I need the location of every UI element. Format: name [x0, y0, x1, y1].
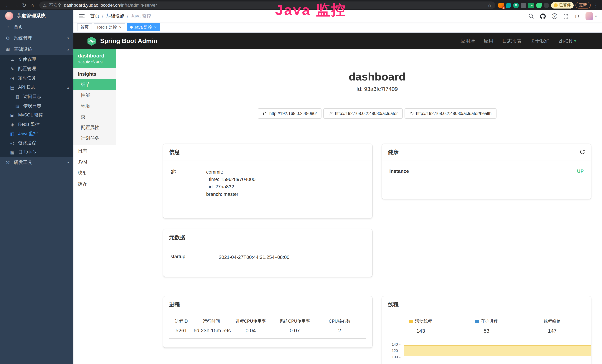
sba-item-classes[interactable]: 类 [74, 112, 116, 122]
url-text[interactable]: dashboard.yudao.iocoder.cn/infra/admin-s… [64, 3, 157, 8]
font-size-icon[interactable]: TT [574, 13, 580, 19]
puzzle-extensions-icon[interactable] [521, 2, 526, 8]
user-menu[interactable]: ▾ [585, 12, 597, 20]
instance-url-label: http://192.168.0.2:48080/ [269, 111, 317, 116]
chrome-update-button[interactable]: 更新 [575, 2, 591, 9]
paused-chip[interactable]: 已暂停 [551, 2, 573, 8]
tag-home[interactable]: 首页 [77, 23, 92, 31]
sba-item-scheduled-tasks[interactable]: 计划任务 [74, 133, 116, 144]
bookmark-star-icon[interactable]: ☆ [487, 2, 492, 8]
git-commit-line: commit: [206, 168, 256, 176]
sba-link-applications[interactable]: 应用 [484, 38, 493, 44]
info-card: 信息 git commit: time: 1596289704000 id: [163, 144, 372, 218]
close-icon[interactable]: × [119, 25, 121, 29]
github-icon[interactable] [540, 13, 546, 19]
sidebar-item-dev-tools[interactable]: ⚒ 研发工具 ▾ [0, 157, 74, 168]
tag-java-monitor[interactable]: Java 监控 × [127, 23, 160, 31]
chevron-up-icon: ▴ [67, 86, 69, 89]
search-icon[interactable] [528, 13, 534, 19]
back-icon[interactable]: ← [4, 2, 12, 8]
sidebar-item-infrastructure[interactable]: ▦ 基础设施 ▴ [0, 44, 74, 55]
home-icon[interactable]: ⌂ [28, 2, 36, 8]
emoji-face-icon [554, 3, 558, 7]
sba-link-journal[interactable]: 日志报表 [502, 38, 522, 44]
sba-item-caches[interactable]: 缓存 [74, 179, 116, 190]
close-icon[interactable]: × [154, 25, 157, 29]
pin-extension-icon[interactable] [506, 2, 511, 8]
sidebar-item-label: API 日志 [18, 84, 35, 90]
app-title: 芋道管理系统 [17, 13, 46, 19]
leaf-extension-icon[interactable] [536, 2, 542, 8]
component-icon: ▦ [5, 47, 10, 52]
sidebar-item-mysql-monitor[interactable]: ▣ MySQL 监控 [0, 110, 74, 120]
url-path: /infra/admin-server [120, 3, 157, 8]
health-url-button[interactable]: http://192.168.0.2:48080/actuator/health [404, 108, 496, 119]
instance-header[interactable]: dashboard 93a3fc7f7409 [74, 49, 116, 68]
history-icon[interactable] [580, 149, 585, 156]
extension-badge: 1 [502, 6, 505, 9]
paw-extension-icon[interactable] [544, 2, 549, 8]
header-actions: ? TT ▾ [528, 12, 602, 20]
error-log-icon: ▨ [15, 103, 20, 108]
help-icon[interactable]: ? [552, 13, 557, 19]
v-extension-icon[interactable]: V [513, 2, 519, 8]
sba-link-about[interactable]: 关于我们 [530, 38, 550, 44]
sba-item-mappings[interactable]: 映射 [74, 167, 116, 179]
sidebar-item-file-management[interactable]: ☁ 文件管理 [0, 55, 74, 64]
locale-label: zh-CN [559, 38, 572, 44]
browser-menu-icon[interactable]: ⋮ [593, 2, 598, 8]
sba-brand-label: Spring Boot Admin [100, 37, 157, 45]
sidebar-item-error-log[interactable]: ▨ 错误日志 [0, 101, 74, 110]
sba-link-wallboard[interactable]: 应用墙 [460, 38, 475, 44]
sba-item-config-props[interactable]: 配置属性 [74, 122, 116, 133]
tools-icon: ⚒ [5, 160, 10, 165]
actuator-url-button[interactable]: http://192.168.0.2:48080/actuator [323, 108, 402, 119]
col-cpus: CPU核心数 [317, 319, 362, 324]
tag-redis-monitor[interactable]: Redis 监控 × [94, 23, 125, 31]
fox-extension-icon[interactable]: 1 [498, 2, 504, 8]
fullscreen-icon[interactable] [563, 13, 569, 19]
locale-select[interactable]: zh-CN ▾ [559, 38, 576, 44]
security-label[interactable]: 不安全 [49, 2, 62, 8]
address-bar[interactable]: ⚠ 不安全 dashboard.yudao.iocoder.cn/infra/a… [39, 1, 495, 9]
process-table-header: 进程ID 运行时间 进程CPU使用率 系统CPU使用率 CPU核心数 [169, 319, 366, 324]
breadcrumb: 首页 / 基础设施 / Java 监控 [90, 13, 151, 19]
val-proc-cpu: 0.04 [229, 327, 272, 333]
sidebar-item-system[interactable]: ⚙ 系统管理 ▾ [0, 33, 74, 44]
sidebar-item-label: 系统管理 [14, 35, 32, 41]
sidebar-item-tracing[interactable]: ◎ 链路追踪 [0, 138, 74, 148]
hamburger-icon[interactable] [74, 14, 90, 19]
sba-item-metrics[interactable]: 性能 [74, 90, 116, 101]
sidebar-item-label: 定时任务 [18, 75, 36, 81]
y-tick-140: 140 [388, 342, 400, 346]
sidebar-item-scheduled-jobs[interactable]: ◷ 定时任务 [0, 74, 74, 83]
on-switch-extension-icon[interactable]: on [528, 2, 534, 8]
tag-label: Redis 监控 [97, 24, 117, 30]
gear-icon: ⚙ [5, 36, 10, 41]
sidebar-item-access-log[interactable]: ▥ 访问日志 [0, 92, 74, 101]
sidebar-item-redis-monitor[interactable]: ◈ Redis 监控 [0, 120, 74, 129]
sidebar-item-home[interactable]: ◔ 首页 [0, 21, 74, 33]
sba-item-jvm[interactable]: JVM [74, 157, 116, 167]
sidebar-item-api-log[interactable]: ▤ API 日志 ▴ [0, 83, 74, 92]
reload-icon[interactable]: ↻ [20, 2, 28, 8]
y-tick-120: 120 [388, 349, 400, 353]
sba-item-logs[interactable]: 日志 [74, 145, 116, 157]
health-card: 健康 Instance UP [382, 144, 591, 199]
sba-item-details[interactable]: 细节 [74, 79, 116, 90]
instance-links: http://192.168.0.2:48080/ http://192.168… [163, 108, 591, 119]
instance-url-button[interactable]: http://192.168.0.2:48080/ [258, 108, 322, 119]
forward-icon[interactable]: → [12, 2, 20, 8]
threads-card: 线程 活动线程 [382, 296, 591, 364]
sba-item-environment[interactable]: 环境 [74, 101, 116, 112]
app-logo[interactable]: 芋道管理系统 [0, 11, 74, 21]
sba-brand[interactable]: Spring Boot Admin [87, 36, 157, 46]
sidebar-item-log-center[interactable]: ▧ 日志中心 [0, 148, 74, 157]
sidebar-item-java-monitor[interactable]: ◧ Java 监控 [0, 129, 74, 138]
sidebar-item-config-management[interactable]: ✎ 配置管理 [0, 64, 74, 74]
breadcrumb-infrastructure[interactable]: 基础设施 [106, 13, 124, 19]
app-window: 芋道管理系统 ◔ 首页 ⚙ 系统管理 ▾ ▦ 基础设施 ▴ ☁ 文件管理 [0, 11, 602, 364]
breadcrumb-home[interactable]: 首页 [90, 13, 99, 19]
sidebar-item-label: 配置管理 [18, 66, 36, 72]
edit-icon: ✎ [10, 66, 15, 71]
